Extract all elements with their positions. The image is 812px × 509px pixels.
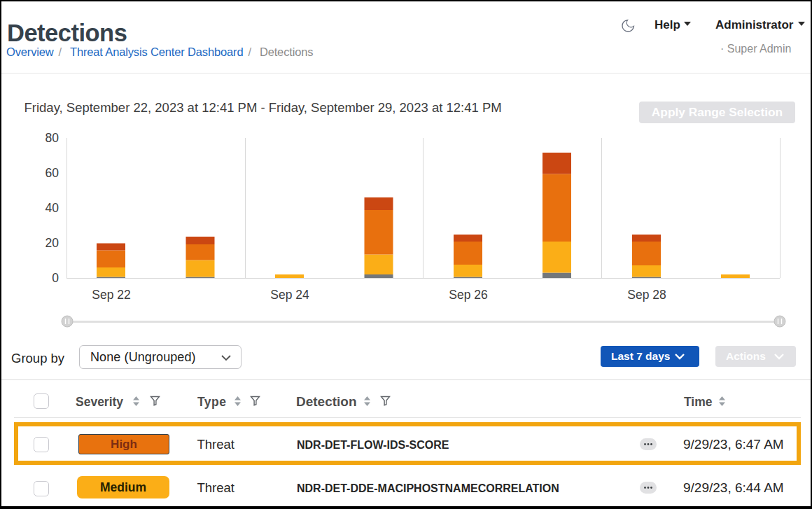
- svg-text:Sep 22: Sep 22: [92, 288, 130, 302]
- svg-text:80: 80: [46, 131, 59, 145]
- svg-text:20: 20: [46, 236, 59, 250]
- svg-text:Sep 28: Sep 28: [627, 288, 666, 302]
- svg-text:Sep 26: Sep 26: [449, 288, 487, 302]
- svg-text:60: 60: [46, 166, 59, 180]
- svg-text:Sep 24: Sep 24: [270, 288, 309, 302]
- svg-text:40: 40: [46, 201, 59, 215]
- svg-text:0: 0: [52, 271, 59, 285]
